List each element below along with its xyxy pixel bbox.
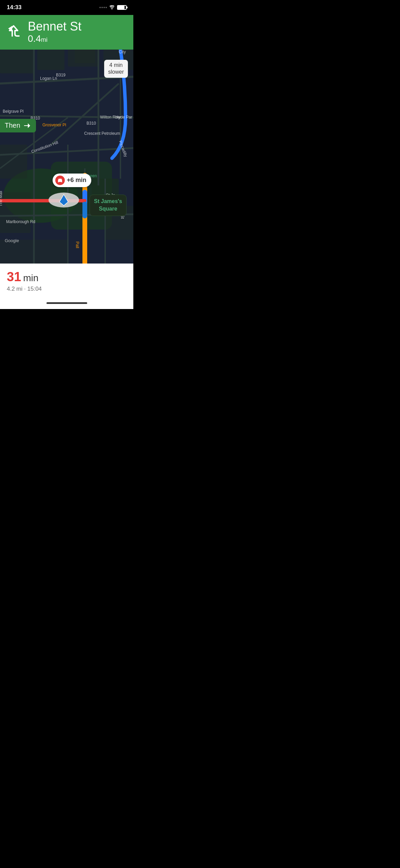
delay-text: +6 min	[67, 177, 87, 184]
svg-rect-8	[0, 192, 31, 233]
bottom-bar: 31 min 4.2 mi · 15:04	[0, 264, 133, 297]
turn-arrow	[5, 23, 23, 41]
wifi-icon	[109, 5, 115, 11]
status-time: 14:33	[7, 4, 21, 11]
eta-distance: 4.2 mi	[7, 286, 22, 292]
nav-header: Bennet St 0.4mi	[0, 15, 133, 50]
location-arrow-icon	[58, 193, 70, 207]
then-instruction: Then	[0, 119, 36, 132]
delay-icon	[55, 176, 65, 185]
place-label-line2: Square	[99, 206, 117, 212]
svg-rect-5	[0, 50, 34, 73]
eta-minutes: 31	[7, 270, 21, 284]
status-bar: 14:33	[0, 0, 133, 15]
svg-rect-7	[0, 145, 27, 179]
eta-min-label: min	[23, 273, 38, 284]
distance-value: 0.4	[28, 33, 41, 44]
location-oval	[49, 193, 79, 207]
status-icons	[99, 5, 127, 11]
slower-badge-line1: 4 min	[108, 62, 124, 69]
then-turn-right-icon	[23, 122, 31, 130]
home-indicator	[0, 297, 133, 309]
current-location	[49, 193, 79, 207]
svg-rect-14	[75, 50, 95, 63]
battery-icon	[117, 5, 127, 10]
street-name: Bennet St	[28, 20, 128, 33]
delay-badge[interactable]: +6 min	[53, 174, 91, 187]
home-indicator-bar	[46, 302, 87, 304]
eta-separator: ·	[24, 286, 26, 292]
slower-route-badge: 4 min slower	[104, 60, 128, 78]
slower-badge-line2: slower	[108, 69, 124, 76]
google-watermark: Google	[5, 238, 19, 243]
map-container[interactable]: Then 4 min slower Belgrave Pl B310 B319 …	[0, 50, 133, 264]
eta-arrival: 15:04	[27, 286, 42, 292]
distance: 0.4mi	[28, 33, 128, 44]
nav-info: Bennet St 0.4mi	[28, 20, 128, 44]
then-label: Then	[5, 122, 20, 129]
svg-rect-6	[37, 50, 64, 70]
distance-unit: mi	[41, 36, 47, 43]
signal-icon	[99, 7, 107, 8]
place-label-line1: St James's	[94, 198, 122, 204]
place-label-stjames: St James's Square	[90, 195, 127, 216]
eta-primary: 31 min	[7, 270, 127, 284]
eta-secondary: 4.2 mi · 15:04	[7, 286, 127, 292]
